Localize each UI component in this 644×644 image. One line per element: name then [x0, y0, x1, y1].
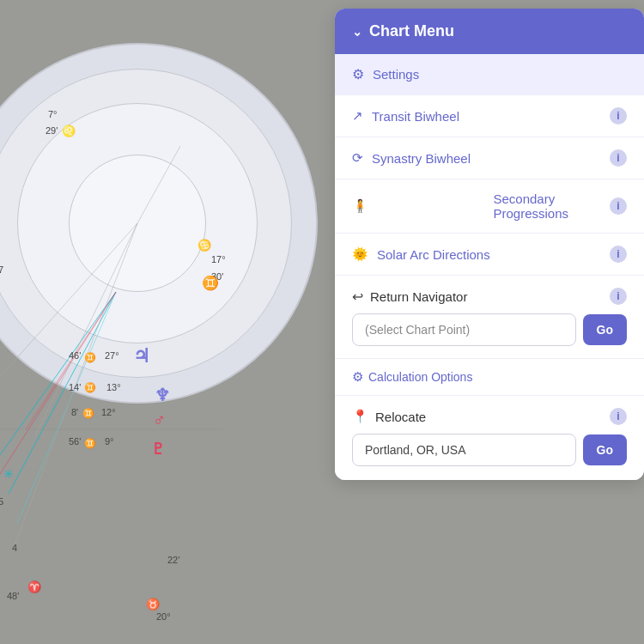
gemini-right: ♊	[202, 275, 219, 291]
synastry-info-btn[interactable]: i	[610, 149, 627, 167]
jupiter-symbol: ♃	[133, 345, 150, 368]
return-navigator-icon: ↩	[352, 289, 363, 305]
deg-13: 13°	[106, 382, 121, 392]
synastry-biwheel-item[interactable]: ⟳ Synastry Biwheel i	[335, 137, 644, 179]
leo-symbol: ♌	[62, 125, 76, 137]
relocate-title-row: 📍 Relocate i	[352, 408, 627, 425]
pin-icon: 📍	[352, 409, 368, 424]
mars-symbol: ♂	[153, 410, 166, 430]
min-22-bot: 22'	[167, 555, 179, 565]
relocate-go-button[interactable]: Go	[583, 434, 627, 465]
calc-gear-icon: ⚙	[352, 369, 363, 385]
relocate-title: Relocate	[375, 410, 603, 424]
svg-text:✳: ✳	[3, 467, 14, 481]
settings-menu-item[interactable]: ⚙ Settings	[335, 54, 644, 95]
secondary-progressions-item[interactable]: 🧍 Secondary Progressions i	[335, 179, 644, 234]
solar-arc-icon: 🌞	[352, 246, 368, 262]
house-7: 7	[0, 264, 3, 275]
panel-header[interactable]: ⌄ Chart Menu	[335, 9, 644, 54]
progressions-info-btn[interactable]: i	[610, 197, 627, 215]
degree-17: 17°	[211, 254, 226, 264]
pluto-symbol: ♇	[151, 440, 165, 459]
gemini-2: ♊	[84, 382, 96, 393]
solar-arc-label: Solar Arc Directions	[377, 247, 610, 262]
gemini-4: ♊	[84, 438, 96, 449]
relocate-input[interactable]	[352, 434, 576, 466]
relocate-section: 📍 Relocate i Go	[335, 396, 644, 480]
return-go-button[interactable]: Go	[583, 314, 627, 345]
deg-27: 27°	[105, 350, 119, 361]
chart-center	[69, 155, 206, 292]
calc-options-label: Calculation Options	[368, 370, 472, 384]
chart-menu-panel: ⌄ Chart Menu ⚙ Settings ↗ Transit Biwhee…	[335, 9, 644, 480]
deg-9: 9°	[105, 436, 114, 447]
chart-point-select[interactable]: (Select Chart Point)	[352, 313, 576, 346]
secondary-progressions-text: Secondary Progressions	[494, 191, 611, 221]
min-14: 14'	[69, 382, 81, 392]
return-navigator-row: (Select Chart Point) Go	[352, 313, 627, 346]
house-4: 4	[12, 543, 17, 553]
min-48-bot: 48'	[7, 591, 19, 601]
relocate-info-btn[interactable]: i	[610, 408, 627, 425]
calculation-options-row[interactable]: ⚙ Calculation Options	[335, 359, 644, 396]
deg-20-bot: 20°	[156, 611, 171, 622]
cancer-symbol: ♋	[197, 239, 211, 252]
return-navigator-info-btn[interactable]: i	[610, 288, 627, 305]
solar-arc-info-btn[interactable]: i	[610, 246, 627, 263]
settings-label: Settings	[373, 67, 627, 82]
return-navigator-title-row: ↩ Return Navigator i	[352, 288, 627, 305]
min-29: 29'	[46, 125, 58, 136]
aries-symbol: ♈	[27, 580, 41, 593]
return-navigator-section: ↩ Return Navigator i (Select Chart Point…	[335, 276, 644, 359]
min-56: 56'	[69, 436, 81, 447]
transit-info-btn[interactable]: i	[610, 107, 627, 125]
transit-icon: ↗	[352, 108, 363, 124]
degree-7: 7°	[48, 109, 58, 119]
gear-icon: ⚙	[352, 66, 364, 82]
house-5: 5	[0, 496, 3, 507]
taurus-symbol: ♉	[146, 598, 160, 611]
min-46: 46'	[69, 350, 81, 361]
progressions-icon: 🧍	[352, 198, 368, 214]
chevron-down-icon: ⌄	[352, 25, 362, 39]
synastry-biwheel-label: Synastry Biwheel	[372, 151, 610, 166]
transit-biwheel-item[interactable]: ↗ Transit Biwheel i	[335, 95, 644, 137]
synastry-icon: ⟳	[352, 150, 363, 166]
neptune-symbol: ♆	[155, 385, 170, 405]
astrology-chart: ✳ ♌ 7° 29' ♋ 17° 30' 7 6 5 4 ♊ ♊ ♊ ♊ 46'…	[0, 17, 326, 635]
solar-arc-item[interactable]: 🌞 Solar Arc Directions i	[335, 234, 644, 276]
min-8: 8'	[71, 407, 78, 417]
transit-biwheel-label: Transit Biwheel	[372, 109, 610, 124]
panel-title: Chart Menu	[369, 22, 454, 40]
gemini-3: ♊	[82, 408, 94, 419]
return-navigator-title: Return Navigator	[370, 289, 467, 304]
relocate-input-row: Go	[352, 434, 627, 466]
gemini-1: ♊	[84, 352, 96, 363]
deg-12: 12°	[101, 407, 116, 417]
